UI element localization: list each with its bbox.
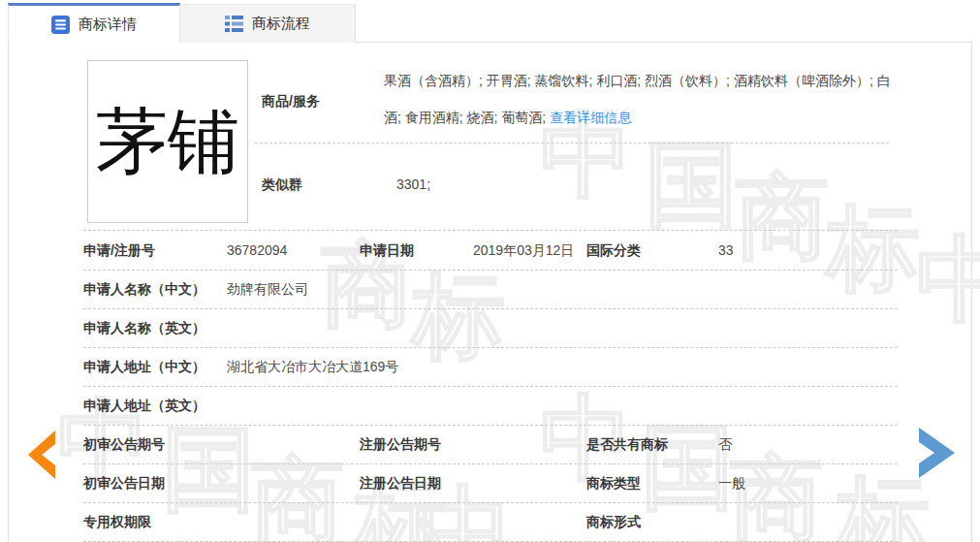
tab-bar: 商标详情 商标流程 — [8, 3, 972, 43]
trademark-image-text: 茅铺 — [96, 106, 239, 177]
chevron-right-icon — [919, 428, 955, 478]
goods-services-label: 商品/服务 — [262, 93, 320, 111]
next-arrow-button[interactable] — [919, 428, 955, 481]
tab-trademark-process[interactable]: 商标流程 — [180, 4, 356, 43]
trademark-detail-card: 商标详情 商标流程 中 国 商 标 中 商 标 中 国 — [8, 3, 972, 542]
field-label: 申请人地址（英文） — [83, 386, 205, 425]
field-value: 2019年03月12日 — [473, 231, 574, 270]
field-label: 初审公告期号 — [83, 425, 165, 463]
field-label: 注册公告日期 — [360, 463, 441, 502]
goods-services-value: 果酒（含酒精）; 开胃酒; 蒸馏饮料; 利口酒; 烈酒（饮料）; 酒精饮料（啤酒… — [384, 62, 895, 136]
tab-trademark-detail[interactable]: 商标详情 — [8, 3, 180, 43]
document-lines-icon — [51, 16, 70, 34]
field-value: 33 — [718, 231, 734, 270]
field-label: 国际分类 — [586, 231, 641, 270]
field-value: 湖北省大冶市大冶大道169号 — [227, 347, 398, 386]
field-label: 专用权期限 — [83, 502, 151, 541]
goods-list-text: 果酒（含酒精）; 开胃酒; 蒸馏饮料; 利口酒; 烈酒（饮料）; 酒精饮料（啤酒… — [384, 73, 891, 125]
detail-panel: 中 国 商 标 中 商 标 中 国 商 标 中 中 国 商 标 茅铺 商品/服务… — [8, 43, 972, 542]
field-label: 申请日期 — [360, 231, 414, 270]
field-label: 注册公告期号 — [360, 425, 441, 463]
tab-label: 商标流程 — [252, 15, 310, 33]
field-label: 商标形式 — [586, 502, 641, 541]
table-row: 申请人地址（中文） 湖北省大冶市大冶大道169号 — [83, 347, 898, 387]
table-row: 初审公告期号 注册公告期号 是否共有商标 否 — [83, 425, 898, 464]
table-row: 申请人名称（中文） 劲牌有限公司 — [83, 270, 898, 309]
field-value: 劲牌有限公司 — [227, 270, 308, 308]
chevron-left-icon — [28, 430, 55, 479]
field-label: 申请人地址（中文） — [83, 347, 205, 386]
table-row: 初审公告日期 注册公告日期 商标类型 一般 — [83, 463, 898, 503]
previous-arrow-button[interactable] — [28, 430, 55, 482]
table-row: 申请人地址（英文） — [83, 386, 898, 426]
tab-label: 商标详情 — [79, 16, 137, 34]
trademark-image: 茅铺 — [87, 60, 248, 223]
similar-group-label: 类似群 — [262, 176, 302, 194]
field-value: 否 — [718, 425, 732, 463]
table-row: 申请/注册号 36782094 申请日期 2019年03月12日 国际分类 33 — [83, 230, 898, 271]
field-label: 申请/注册号 — [83, 231, 155, 270]
field-label: 是否共有商标 — [586, 425, 668, 463]
field-label: 申请人名称（英文） — [83, 308, 205, 347]
field-label: 初审公告日期 — [83, 463, 165, 502]
field-label: 商标类型 — [586, 463, 641, 502]
section-divider — [255, 143, 889, 143]
table-row: 申请人名称（英文） — [83, 308, 898, 348]
field-value: 36782094 — [227, 231, 287, 270]
similar-group-value: 3301; — [396, 176, 430, 192]
table-row: 专用权期限 商标形式 — [83, 502, 898, 542]
field-label: 申请人名称（中文） — [83, 270, 205, 308]
field-value: 一般 — [718, 463, 745, 502]
list-icon — [225, 16, 243, 32]
view-details-link[interactable]: 查看详细信息 — [550, 110, 631, 125]
